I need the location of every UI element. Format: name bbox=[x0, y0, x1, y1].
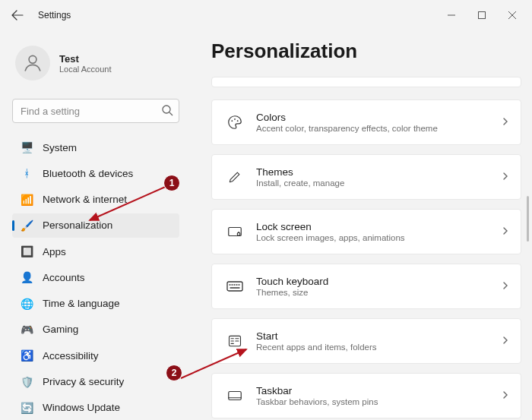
nav-label: System bbox=[43, 142, 77, 153]
chevron-right-icon bbox=[501, 279, 510, 293]
sidebar-item-system[interactable]: 🖥️System bbox=[12, 135, 179, 159]
card-desc: Lock screen images, apps, animations bbox=[256, 233, 501, 242]
main-content: Personalization Colors Accent color, tra… bbox=[188, 30, 532, 420]
nav-icon: 👤 bbox=[20, 270, 33, 284]
taskbar-icon bbox=[223, 388, 247, 403]
nav-icon: 🌐 bbox=[20, 297, 33, 311]
svg-point-2 bbox=[163, 106, 170, 113]
nav-label: Accessibility bbox=[43, 350, 99, 362]
page-title: Personalization bbox=[211, 39, 521, 63]
sidebar-item-personalization[interactable]: 🖌️Personalization bbox=[12, 213, 179, 238]
search-wrap bbox=[12, 99, 179, 123]
nav-icon: 🖥️ bbox=[20, 141, 33, 154]
account-type: Local Account bbox=[59, 65, 112, 74]
card-label: Colors bbox=[256, 112, 501, 123]
nav-label: Accounts bbox=[43, 272, 85, 283]
sidebar-item-gaming[interactable]: 🎮Gaming bbox=[12, 317, 179, 342]
window-title: Settings bbox=[38, 10, 71, 21]
window-controls bbox=[436, 4, 527, 27]
search-icon bbox=[161, 104, 173, 119]
nav-icon: 📶 bbox=[20, 193, 33, 207]
avatar bbox=[15, 46, 50, 81]
pencil-icon bbox=[223, 169, 247, 185]
top-slab[interactable] bbox=[211, 77, 521, 87]
nav-label: Apps bbox=[43, 246, 66, 257]
nav-label: Bluetooth & devices bbox=[43, 168, 133, 179]
nav-icon: ᚼ bbox=[20, 166, 33, 180]
chevron-right-icon bbox=[501, 115, 510, 129]
nav-label: Privacy & security bbox=[43, 376, 124, 387]
keyboard-icon bbox=[223, 279, 247, 294]
nav-icon: ♿ bbox=[20, 349, 33, 362]
back-arrow-icon bbox=[11, 9, 24, 21]
card-desc: Recent apps and items, folders bbox=[256, 343, 501, 352]
back-button[interactable] bbox=[5, 2, 30, 28]
svg-point-4 bbox=[234, 118, 236, 120]
titlebar: Settings bbox=[0, 0, 532, 30]
setting-card-themes[interactable]: Themes Install, create, manage bbox=[211, 154, 521, 200]
nav-icon: 🛡️ bbox=[20, 375, 33, 389]
sidebar-item-time-language[interactable]: 🌐Time & language bbox=[12, 292, 179, 316]
annotation-badge-1: 1 bbox=[163, 175, 180, 191]
sidebar-item-accessibility[interactable]: ♿Accessibility bbox=[12, 343, 179, 368]
annotation-badge-2: 2 bbox=[166, 365, 182, 381]
account-name: Test bbox=[59, 53, 112, 65]
sidebar-item-network-internet[interactable]: 📶Network & internet bbox=[12, 188, 179, 212]
sidebar-item-apps[interactable]: 🔲Apps bbox=[12, 239, 179, 264]
sidebar-item-bluetooth-devices[interactable]: ᚼBluetooth & devices bbox=[12, 161, 179, 185]
chevron-right-icon bbox=[501, 389, 510, 403]
svg-point-1 bbox=[29, 55, 36, 63]
scrollbar-thumb[interactable] bbox=[527, 196, 529, 242]
nav-label: Gaming bbox=[43, 324, 78, 335]
sidebar: Test Local Account 🖥️SystemᚼBluetooth & … bbox=[0, 30, 188, 420]
nav-icon: 🖌️ bbox=[20, 219, 33, 232]
card-label: Start bbox=[256, 330, 501, 342]
nav-icon: 🔲 bbox=[20, 245, 33, 258]
nav-label: Time & language bbox=[43, 298, 120, 309]
card-desc: Install, create, manage bbox=[256, 178, 501, 188]
sidebar-item-windows-update[interactable]: 🔄Windows Update bbox=[12, 396, 179, 420]
svg-rect-10 bbox=[229, 392, 242, 400]
chevron-right-icon bbox=[501, 170, 510, 184]
card-label: Touch keyboard bbox=[256, 276, 501, 287]
lock-icon bbox=[223, 223, 247, 240]
svg-point-5 bbox=[237, 120, 239, 122]
setting-card-colors[interactable]: Colors Accent color, transparency effect… bbox=[211, 99, 521, 145]
minimize-button[interactable] bbox=[436, 4, 467, 27]
close-button[interactable] bbox=[497, 4, 527, 27]
card-label: Lock screen bbox=[256, 221, 501, 232]
setting-card-lock-screen[interactable]: Lock screen Lock screen images, apps, an… bbox=[211, 209, 521, 254]
nav-label: Personalization bbox=[43, 219, 112, 231]
card-desc: Themes, size bbox=[256, 288, 501, 297]
card-label: Themes bbox=[256, 166, 501, 178]
card-desc: Accent color, transparency effects, colo… bbox=[256, 124, 501, 133]
svg-point-3 bbox=[231, 120, 233, 122]
start-icon bbox=[223, 333, 247, 349]
sidebar-item-privacy-security[interactable]: 🛡️Privacy & security bbox=[12, 369, 179, 393]
nav-label: Windows Update bbox=[43, 402, 120, 413]
sidebar-item-accounts[interactable]: 👤Accounts bbox=[12, 265, 179, 289]
svg-rect-8 bbox=[227, 282, 242, 291]
account-block[interactable]: Test Local Account bbox=[12, 38, 182, 94]
svg-rect-0 bbox=[479, 12, 486, 19]
setting-card-touch-keyboard[interactable]: Touch keyboard Themes, size bbox=[211, 264, 521, 309]
card-desc: Taskbar behaviors, system pins bbox=[256, 397, 501, 406]
svg-rect-6 bbox=[229, 228, 242, 236]
setting-card-start[interactable]: Start Recent apps and items, folders bbox=[211, 318, 521, 364]
chevron-right-icon bbox=[501, 225, 510, 238]
card-label: Taskbar bbox=[256, 385, 501, 396]
maximize-button[interactable] bbox=[467, 4, 497, 27]
setting-card-taskbar[interactable]: Taskbar Taskbar behaviors, system pins bbox=[211, 373, 521, 418]
chevron-right-icon bbox=[501, 334, 510, 348]
search-input[interactable] bbox=[12, 99, 179, 123]
nav-icon: 🔄 bbox=[20, 401, 33, 415]
palette-icon bbox=[223, 114, 247, 131]
nav-icon: 🎮 bbox=[20, 323, 33, 336]
nav-label: Network & internet bbox=[43, 194, 127, 205]
nav-list: 🖥️SystemᚼBluetooth & devices📶Network & i… bbox=[12, 135, 182, 420]
person-icon bbox=[22, 52, 43, 74]
